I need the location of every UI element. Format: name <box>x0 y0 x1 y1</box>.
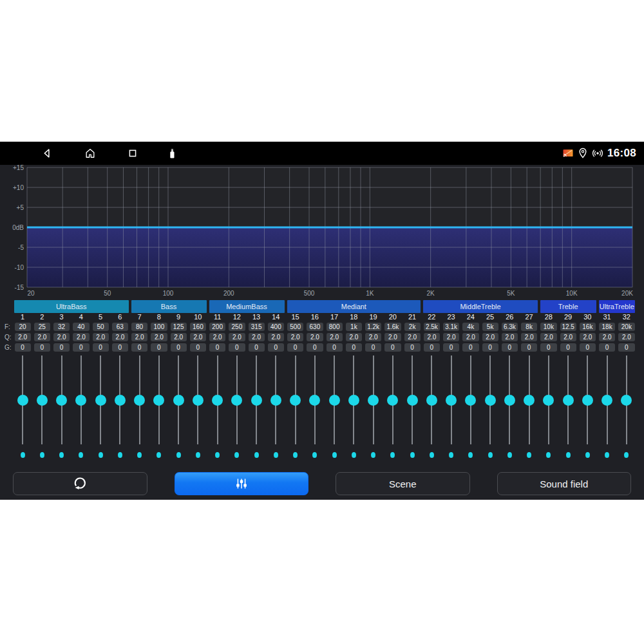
usb-icon[interactable] <box>166 147 178 160</box>
band-slider[interactable] <box>539 354 558 457</box>
slider-knob[interactable] <box>231 395 242 406</box>
band-frequency-chip: 250 <box>229 323 245 331</box>
band-slider[interactable] <box>520 354 539 457</box>
band-slider[interactable] <box>71 354 91 457</box>
slider-knob[interactable] <box>56 395 67 406</box>
band-number: 24 <box>461 313 480 321</box>
band-gain-chip: 0 <box>384 343 401 352</box>
band-q-chip: 2.0 <box>521 333 537 341</box>
band-slider[interactable] <box>617 354 636 457</box>
band-group-ultrabass[interactable]: UltraBass <box>14 300 129 313</box>
band-number: 6 <box>110 313 129 321</box>
band-indicator-dot <box>215 452 220 458</box>
slider-knob[interactable] <box>621 395 632 406</box>
band-slider[interactable] <box>578 354 597 457</box>
band-gain-chip: 0 <box>53 343 70 352</box>
band-number: 18 <box>344 313 363 321</box>
band-slider[interactable] <box>13 354 32 457</box>
band-slider[interactable] <box>266 354 285 457</box>
slider-knob[interactable] <box>37 395 48 406</box>
band-slider[interactable] <box>305 354 325 457</box>
band-slider[interactable] <box>91 354 110 457</box>
band-slider[interactable] <box>500 354 519 457</box>
slider-knob[interactable] <box>387 395 398 406</box>
band-group-mediumbass[interactable]: MediumBass <box>209 300 285 313</box>
band-indicator-dot <box>430 452 434 458</box>
slider-knob[interactable] <box>173 395 184 406</box>
slider-knob[interactable] <box>485 395 496 406</box>
band-group-bass[interactable]: Bass <box>131 300 207 313</box>
band-slider[interactable] <box>364 354 383 457</box>
band-q-chip: 2.0 <box>502 333 518 341</box>
band-indicator-dot <box>332 452 337 458</box>
slider-knob[interactable] <box>446 395 457 406</box>
band-slider[interactable] <box>402 354 422 457</box>
band-slider[interactable] <box>325 354 344 457</box>
slider-knob[interactable] <box>348 395 359 406</box>
band-slider[interactable] <box>480 354 500 457</box>
sound-field-button[interactable]: Sound field <box>497 472 632 495</box>
band-slider[interactable] <box>247 354 266 457</box>
slider-knob[interactable] <box>134 395 145 406</box>
slider-knob[interactable] <box>309 395 320 406</box>
slider-knob[interactable] <box>524 395 535 406</box>
reset-button[interactable] <box>13 472 147 495</box>
band-indicator-dot <box>293 452 298 458</box>
band-slider[interactable] <box>383 354 402 457</box>
slider-knob[interactable] <box>193 395 204 406</box>
band-slider[interactable] <box>130 354 149 457</box>
slider-knob[interactable] <box>115 395 126 406</box>
band-slider[interactable] <box>110 354 129 457</box>
slider-knob[interactable] <box>465 395 476 406</box>
slider-knob[interactable] <box>582 395 593 406</box>
slider-knob[interactable] <box>95 395 106 406</box>
home-icon[interactable] <box>84 147 97 160</box>
band-slider[interactable] <box>32 354 52 457</box>
recents-icon[interactable] <box>126 147 139 160</box>
slider-knob[interactable] <box>504 395 515 406</box>
band-slider[interactable] <box>344 354 363 457</box>
slider-knob[interactable] <box>212 395 223 406</box>
band-slider[interactable] <box>149 354 169 457</box>
band-slider[interactable] <box>442 354 461 457</box>
slider-knob[interactable] <box>153 395 164 406</box>
equalizer-button[interactable] <box>175 472 309 495</box>
x-tick-label: 1K <box>366 290 374 297</box>
back-icon[interactable] <box>41 147 53 160</box>
band-group-treble[interactable]: Treble <box>540 300 596 313</box>
slider-knob[interactable] <box>563 395 574 406</box>
slider-knob[interactable] <box>329 395 340 406</box>
band-q-chip: 2.0 <box>618 333 634 341</box>
slider-knob[interactable] <box>17 395 28 406</box>
slider-knob[interactable] <box>290 395 301 406</box>
band-indicator-dot <box>605 452 609 458</box>
band-frequency-chip: 160 <box>190 323 206 331</box>
band-slider[interactable] <box>227 354 247 457</box>
band-slider[interactable] <box>52 354 71 457</box>
band-group-mediant[interactable]: Mediant <box>287 300 421 313</box>
scene-button[interactable]: Scene <box>336 472 470 495</box>
band-q-chip: 2.0 <box>404 333 421 341</box>
band-group-middletreble[interactable]: MiddleTreble <box>423 300 538 313</box>
band-gain-chip: 0 <box>560 343 576 352</box>
slider-knob[interactable] <box>407 395 418 406</box>
slider-knob[interactable] <box>251 395 262 406</box>
band-group-ultratreble[interactable]: UltraTreble <box>599 300 636 313</box>
band-slider[interactable] <box>598 354 617 457</box>
band-frequency-chip: 20 <box>15 323 31 331</box>
slider-knob[interactable] <box>270 395 281 406</box>
band-indicator-dot <box>546 452 551 458</box>
band-slider[interactable] <box>286 354 305 457</box>
slider-knob[interactable] <box>75 395 86 406</box>
band-q-chip: 2.0 <box>15 333 31 341</box>
band-slider[interactable] <box>208 354 227 457</box>
band-slider[interactable] <box>188 354 207 457</box>
slider-knob[interactable] <box>368 395 379 406</box>
slider-knob[interactable] <box>543 395 554 406</box>
band-slider[interactable] <box>422 354 441 457</box>
slider-knob[interactable] <box>426 395 437 406</box>
band-slider[interactable] <box>461 354 480 457</box>
band-slider[interactable] <box>169 354 188 457</box>
slider-knob[interactable] <box>601 395 612 406</box>
band-slider[interactable] <box>558 354 578 457</box>
